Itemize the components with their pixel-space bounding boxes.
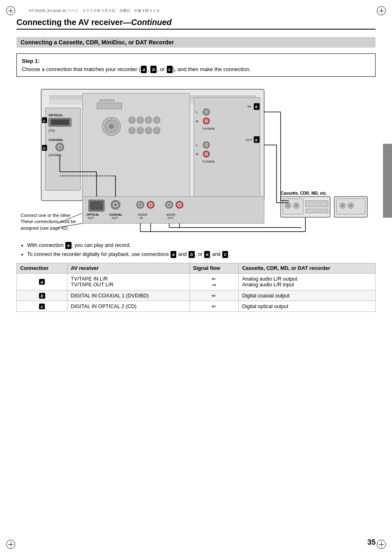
table-cell-av-receiver: DIGITAL IN COAXIAL 1 (DVD/BD) <box>67 290 190 301</box>
svg-text:COAXIAL: COAXIAL <box>48 138 63 142</box>
svg-rect-88 <box>305 200 328 207</box>
svg-text:R: R <box>196 120 198 123</box>
page-title-section: Connecting the AV receiver—Continued <box>16 18 376 30</box>
svg-text:c: c <box>43 119 45 123</box>
section-title: Connecting a Cassette, CDR, MiniDisc, or… <box>21 39 174 46</box>
svg-text:L: L <box>196 110 198 114</box>
svg-text:b: b <box>43 146 46 150</box>
svg-text:AUDIO: AUDIO <box>166 213 176 216</box>
svg-point-24 <box>137 117 143 124</box>
svg-point-25 <box>145 117 152 124</box>
svg-point-85 <box>287 205 289 207</box>
col-header-recorder: Cassette, CDR, MD, or DAT recorder <box>239 263 376 274</box>
table-row: a TV/TAPE IN L/RTV/TAPE OUT L/R ⇐⇒ Analo… <box>17 274 376 290</box>
bullet-badge-a: a <box>65 242 71 249</box>
table-cell-recorder: Digital coaxial output <box>239 290 376 301</box>
bullet-badge-b: b <box>189 251 195 258</box>
svg-point-95 <box>350 205 352 207</box>
corner-mark-br <box>377 540 386 549</box>
svg-point-54 <box>206 153 207 154</box>
svg-text:TV/TAPE: TV/TAPE <box>202 127 215 131</box>
svg-text:R: R <box>196 152 198 156</box>
col-header-connection: Connection <box>17 263 67 274</box>
svg-point-76 <box>168 204 170 205</box>
svg-text:IN: IN <box>248 105 251 108</box>
table-cell-av-receiver: TV/TAPE IN L/RTV/TAPE OUT L/R <box>67 274 190 290</box>
svg-point-27 <box>129 127 135 134</box>
svg-text:COAXIAL: COAXIAL <box>109 213 122 216</box>
svg-text:L: L <box>196 143 198 147</box>
svg-point-26 <box>154 117 160 124</box>
svg-text:AUDIO: AUDIO <box>138 213 148 216</box>
svg-point-38 <box>206 111 207 113</box>
section-title-box: Connecting a Cassette, CDR, MiniDisc, or… <box>16 37 376 48</box>
svg-point-11 <box>59 146 60 148</box>
table-row: b DIGITAL IN COAXIAL 1 (DVD/BD) ⇐ Digita… <box>17 290 376 301</box>
svg-point-22 <box>109 124 114 129</box>
svg-point-87 <box>295 205 297 207</box>
svg-rect-19 <box>97 103 122 109</box>
svg-rect-58 <box>90 201 103 210</box>
svg-text:a: a <box>255 104 258 109</box>
step-box: Step 1: Choose a connection that matches… <box>16 53 376 77</box>
bullet-badge-c: c <box>222 251 228 258</box>
svg-point-71 <box>150 204 151 205</box>
bullet-badge-a2: a <box>171 251 176 258</box>
svg-point-23 <box>129 117 135 124</box>
table-cell-signal-flow: ⇐ <box>189 290 238 301</box>
bullet-1: With connection a, you can play and reco… <box>27 242 376 249</box>
page-container: HT-S5200_En.book 35 ページ ２００９年３月９日 月曜日 午後… <box>0 0 392 555</box>
svg-point-29 <box>145 127 152 134</box>
table-cell-recorder: Digital optical output <box>239 301 376 312</box>
svg-rect-6 <box>51 120 69 125</box>
svg-point-42 <box>206 120 207 122</box>
svg-text:Cassette, CDR, MD, etc.: Cassette, CDR, MD, etc. <box>281 191 327 196</box>
svg-text:IN: IN <box>140 216 143 219</box>
corner-mark-tl <box>6 6 15 15</box>
svg-point-50 <box>206 144 207 145</box>
page-title: Connecting the AV receiver—Continued <box>16 18 172 27</box>
table-cell-recorder: Analog audio L/R outputAnalog audio L/R … <box>239 274 376 290</box>
svg-point-63 <box>115 204 117 206</box>
bullet-2: To connect the recorder digitally for pl… <box>27 251 376 258</box>
corner-mark-tr <box>377 6 386 15</box>
table-cell-av-receiver: DIGITAL IN OPTICAL 2 (CD) <box>67 301 190 312</box>
table-cell-connection: b <box>17 290 67 301</box>
diagram-area: OPTICAL (CD) COAXIAL (DVD/BD) c b ANTENN… <box>16 83 376 235</box>
table-cell-signal-flow: ⇐⇒ <box>189 274 238 290</box>
svg-text:a: a <box>255 138 258 142</box>
table-badge-c: c <box>39 304 45 309</box>
col-header-signal-flow: Signal flow <box>189 263 238 274</box>
step-label: Step 1: <box>22 58 39 64</box>
table-badge-a: a <box>39 279 45 285</box>
svg-point-79 <box>179 204 180 205</box>
diagram-caption: Connect one or the other These connectio… <box>21 212 76 231</box>
table-badge-b: b <box>39 293 45 299</box>
svg-text:ANTENNA: ANTENNA <box>99 99 115 102</box>
table-cell-connection: c <box>17 301 67 312</box>
svg-point-28 <box>137 127 143 134</box>
page-number: 35 <box>367 538 376 547</box>
badge-c-step: c <box>167 66 173 74</box>
svg-rect-89 <box>305 209 328 213</box>
svg-point-68 <box>139 204 141 205</box>
svg-text:(CD): (CD) <box>48 129 55 132</box>
corner-mark-bl <box>6 540 15 549</box>
svg-text:OUT: OUT <box>88 216 95 219</box>
table-row: c DIGITAL IN OPTICAL 2 (CD) ⇐ Digital op… <box>17 301 376 312</box>
svg-text:TV/TAPE: TV/TAPE <box>202 160 215 164</box>
col-header-av-receiver: AV receiver <box>67 263 190 274</box>
bullets-list: With connection a, you can play and reco… <box>16 242 376 258</box>
svg-text:OUT: OUT <box>246 138 253 142</box>
connection-table: Connection AV receiver Signal flow Casse… <box>16 263 376 312</box>
svg-rect-56 <box>83 196 264 223</box>
svg-point-93 <box>341 205 344 207</box>
svg-text:OPTICAL: OPTICAL <box>48 113 63 117</box>
svg-text:OPTICAL: OPTICAL <box>87 213 100 216</box>
step-text: Choose a connection that matches your re… <box>22 66 251 72</box>
svg-text:OUT: OUT <box>168 216 174 219</box>
sidebar-tab <box>383 144 392 218</box>
svg-point-30 <box>154 127 160 134</box>
bullet-badge-a3: a <box>204 251 210 258</box>
badge-b-step: b <box>150 66 157 74</box>
